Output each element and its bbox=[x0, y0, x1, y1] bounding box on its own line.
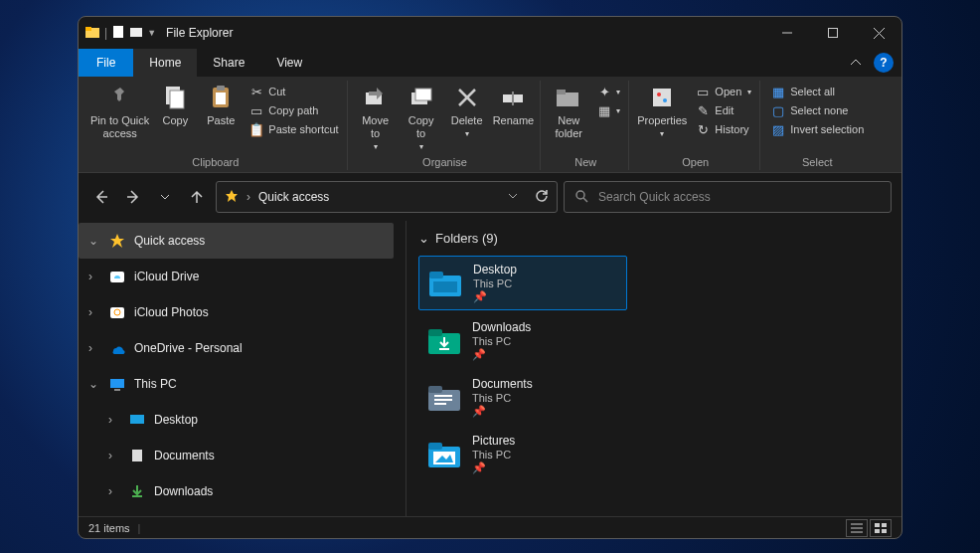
recent-locations-button[interactable] bbox=[152, 184, 178, 210]
pin-icon: 📌 bbox=[472, 461, 515, 474]
divider: | bbox=[104, 26, 107, 40]
pin-to-quick-access-button[interactable]: Pin to Quick access bbox=[90, 81, 149, 140]
select-all-icon: ▦ bbox=[770, 84, 786, 99]
pictures-folder-icon bbox=[426, 437, 462, 472]
pin-icon bbox=[105, 83, 135, 112]
easy-access-icon: ▦ bbox=[596, 102, 612, 118]
this-pc-icon bbox=[108, 375, 126, 393]
select-all-button[interactable]: ▦Select all bbox=[768, 83, 866, 100]
svg-rect-42 bbox=[428, 386, 442, 393]
nav-icloud-drive[interactable]: › iCloud Drive bbox=[79, 259, 394, 294]
rename-button[interactable]: Rename bbox=[493, 81, 535, 127]
forward-button[interactable] bbox=[120, 184, 146, 210]
paste-shortcut-icon: 📋 bbox=[248, 121, 264, 137]
paste-shortcut-button[interactable]: 📋Paste shortcut bbox=[246, 120, 340, 138]
navigation-pane: ⌄ Quick access › iCloud Drive › iCloud P… bbox=[79, 221, 407, 516]
new-item-button[interactable]: ✦▾ bbox=[594, 83, 622, 100]
nav-icloud-photos[interactable]: › iCloud Photos bbox=[79, 294, 394, 330]
nav-downloads[interactable]: › Downloads bbox=[79, 473, 394, 509]
svg-point-26 bbox=[576, 191, 584, 199]
easy-access-button[interactable]: ▦▾ bbox=[594, 101, 622, 119]
window-title: File Explorer bbox=[166, 26, 764, 40]
document-icon[interactable] bbox=[111, 25, 125, 42]
open-button[interactable]: ▭Open▾ bbox=[693, 83, 753, 100]
select-none-icon: ▢ bbox=[770, 102, 786, 118]
nav-quick-access[interactable]: ⌄ Quick access bbox=[79, 223, 394, 259]
search-placeholder: Search Quick access bbox=[598, 190, 711, 204]
crumb-quick-access[interactable]: Quick access bbox=[258, 190, 329, 204]
folder-item-desktop[interactable]: DesktopThis PC📌 bbox=[418, 256, 627, 310]
close-button[interactable] bbox=[856, 17, 901, 49]
properties-icon bbox=[647, 83, 677, 112]
tab-view[interactable]: View bbox=[260, 49, 318, 77]
ribbon-group-new: New folder ✦▾ ▦▾ New bbox=[543, 81, 629, 170]
svg-rect-1 bbox=[85, 27, 91, 31]
back-button[interactable] bbox=[88, 184, 114, 210]
folder-small-icon[interactable] bbox=[129, 25, 143, 42]
tab-file[interactable]: File bbox=[79, 49, 133, 77]
svg-point-24 bbox=[663, 98, 667, 102]
downloads-icon bbox=[128, 482, 146, 500]
help-button[interactable]: ? bbox=[874, 53, 894, 73]
icloud-drive-icon bbox=[108, 268, 126, 285]
status-bar: 21 items | bbox=[79, 516, 901, 538]
star-icon bbox=[225, 189, 239, 206]
edit-button[interactable]: ✎Edit bbox=[693, 101, 753, 119]
icloud-photos-icon bbox=[108, 303, 126, 321]
nav-desktop[interactable]: › Desktop bbox=[79, 402, 394, 438]
maximize-button[interactable] bbox=[810, 17, 856, 49]
select-none-button[interactable]: ▢Select none bbox=[768, 101, 866, 119]
pin-icon: 📌 bbox=[472, 405, 533, 418]
copy-button[interactable]: Copy bbox=[155, 81, 195, 127]
copy-path-button[interactable]: ▭Copy path bbox=[246, 101, 340, 119]
folder-item-downloads[interactable]: DownloadsThis PC📌 bbox=[418, 314, 627, 367]
documents-icon bbox=[128, 447, 146, 464]
ribbon-group-clipboard: Pin to Quick access Copy Paste ✂Cut ▭Cop… bbox=[84, 81, 348, 170]
paste-button[interactable]: Paste bbox=[201, 81, 241, 127]
content-pane: ⌄ Folders (9) DesktopThis PC📌 DownloadsT… bbox=[407, 221, 901, 516]
nav-onedrive[interactable]: › OneDrive - Personal bbox=[79, 330, 394, 366]
properties-button[interactable]: Properties▾ bbox=[637, 81, 687, 139]
folder-item-documents[interactable]: DocumentsThis PC📌 bbox=[418, 371, 627, 424]
chevron-down-icon[interactable]: ▼ bbox=[147, 28, 156, 38]
tab-share[interactable]: Share bbox=[197, 49, 260, 77]
folder-icon bbox=[84, 24, 100, 43]
refresh-button[interactable] bbox=[535, 189, 549, 206]
up-button[interactable] bbox=[184, 184, 210, 210]
cut-button[interactable]: ✂Cut bbox=[246, 83, 340, 100]
details-view-button[interactable] bbox=[846, 519, 868, 537]
svg-rect-12 bbox=[216, 92, 226, 104]
titlebar: | ▼ File Explorer bbox=[79, 17, 901, 49]
search-box[interactable]: Search Quick access bbox=[564, 181, 892, 213]
invert-selection-button[interactable]: ▨Invert selection bbox=[768, 120, 866, 138]
chevron-down-icon: ⌄ bbox=[88, 234, 100, 248]
svg-rect-15 bbox=[415, 89, 431, 100]
history-button[interactable]: ↻History bbox=[693, 120, 753, 138]
nav-documents[interactable]: › Documents bbox=[79, 438, 394, 473]
minimize-button[interactable] bbox=[764, 17, 810, 49]
folder-item-pictures[interactable]: PicturesThis PC📌 bbox=[418, 428, 627, 480]
new-item-icon: ✦ bbox=[596, 84, 612, 99]
delete-button[interactable]: Delete▾ bbox=[447, 81, 487, 139]
address-dropdown[interactable] bbox=[507, 190, 519, 205]
group-header-folders[interactable]: ⌄ Folders (9) bbox=[418, 231, 890, 246]
svg-rect-55 bbox=[875, 529, 880, 533]
address-bar[interactable]: › Quick access bbox=[216, 181, 558, 213]
move-to-button[interactable]: Move to▾ bbox=[356, 81, 396, 152]
large-icons-view-button[interactable] bbox=[870, 519, 892, 537]
svg-rect-45 bbox=[434, 403, 446, 405]
svg-rect-38 bbox=[433, 281, 457, 292]
downloads-folder-icon bbox=[426, 323, 462, 359]
svg-rect-33 bbox=[114, 389, 120, 391]
ribbon-collapse-button[interactable] bbox=[842, 49, 870, 77]
copy-icon bbox=[160, 83, 190, 112]
edit-icon: ✎ bbox=[695, 102, 711, 118]
svg-rect-53 bbox=[875, 523, 880, 527]
svg-rect-22 bbox=[653, 89, 671, 106]
onedrive-icon bbox=[108, 339, 126, 357]
tab-home[interactable]: Home bbox=[133, 49, 197, 77]
new-folder-button[interactable]: New folder bbox=[549, 81, 588, 140]
svg-rect-5 bbox=[829, 29, 838, 38]
copy-to-button[interactable]: Copy to▾ bbox=[402, 81, 441, 152]
nav-this-pc[interactable]: ⌄ This PC bbox=[79, 366, 394, 402]
